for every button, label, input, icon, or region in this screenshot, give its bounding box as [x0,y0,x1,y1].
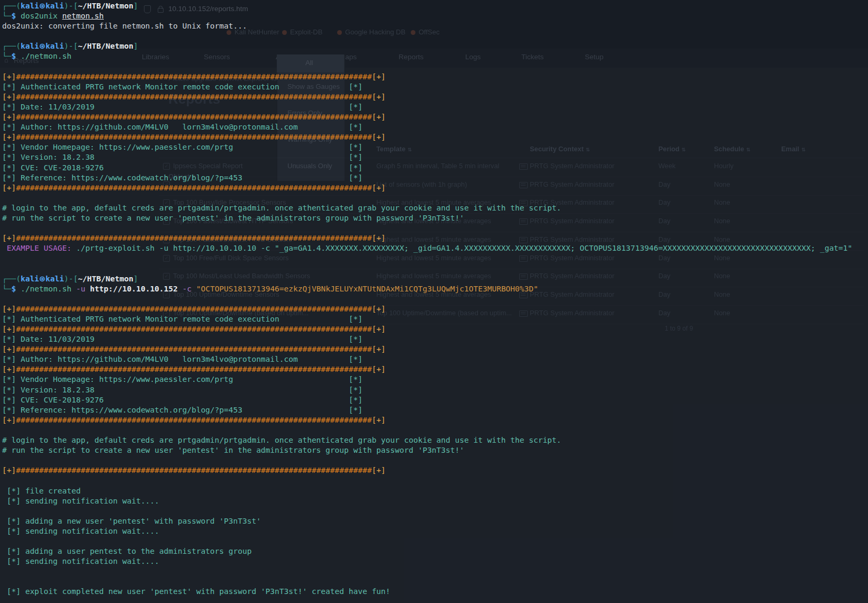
terminal-line [2,223,852,233]
terminal-line: [*] Author: https://github.com/M4LV0 lor… [2,354,852,364]
terminal-line: └─$ ./netmon.sh -u http://10.10.10.152 -… [2,284,852,294]
terminal-line: [*] sending notification wait.... [2,496,852,506]
terminal-line: # run the script to create a new user 'p… [2,445,852,455]
terminal-line: [+]#####################################… [2,92,852,102]
terminal-line: [*] Vendor Homepage: https://www.paessle… [2,374,852,385]
terminal-line: # login to the app, default creds are pr… [2,203,852,213]
terminal-line: [*] file created [2,486,852,496]
terminal-line: ┌──(kali⊛kali)-[~/HTB/Netmon] [2,1,852,11]
terminal-line [2,455,852,465]
terminal-line: [+]#####################################… [2,132,852,142]
terminal-line: [*] sending notification wait.... [2,556,852,567]
terminal-line: [+]#####################################… [2,183,852,193]
terminal-line: [*] Authenticated PRTG network Monitor r… [2,82,852,92]
terminal-line: ┌──(kali⊛kali)-[~/HTB/Netmon] [2,41,852,51]
terminal-line: [*] adding a new user 'pentest' with pas… [2,516,852,526]
terminal-line [2,425,852,435]
terminal-line: # login to the app, default creds are pr… [2,435,852,445]
terminal-line: [+]#####################################… [2,324,852,334]
terminal-line: └─$ dos2unix netmon.sh [2,11,852,21]
terminal-line [2,62,852,72]
terminal-line [2,294,852,304]
terminal-line: [*] exploit completed new user 'pentest'… [2,587,852,597]
terminal-line: [*] sending notification wait.... [2,526,852,536]
terminal: ┌──(kali⊛kali)-[~/HTB/Netmon]└─$ dos2uni… [2,1,852,597]
terminal-line: # run the script to create a new user 'p… [2,213,852,223]
terminal-line: [+]#####################################… [2,72,852,82]
terminal-line: dos2unix: converting file netmon.sh to U… [2,21,852,31]
terminal-line [2,536,852,546]
terminal-line [2,253,852,263]
terminal-line: └─$ ./netmon.sh [2,51,852,61]
terminal-line: [*] Vendor Homepage: https://www.paessle… [2,142,852,152]
terminal-line: [*] adding a user pentest to the adminis… [2,546,852,556]
terminal-line: EXAMPLE USAGE: ./prtg-exploit.sh -u http… [2,243,852,253]
terminal-line: [*] Date: 11/03/2019 [*] [2,102,852,112]
screen: 10.10.10.152/reports.htm Kali NetHunterE… [0,0,868,603]
terminal-line: ┌──(kali⊛kali)-[~/HTB/Netmon] [2,274,852,284]
terminal-line: [*] Reference: https://www.codewatch.org… [2,405,852,415]
terminal-line: [+]#####################################… [2,304,852,314]
terminal-line: [+]#####################################… [2,112,852,122]
terminal-line: [+]#####################################… [2,233,852,243]
terminal-line: [*] CVE: CVE-2018-9276 [*] [2,163,852,173]
terminal-line: [*] Authenticated PRTG network Monitor r… [2,314,852,324]
terminal-line [2,31,852,41]
terminal-line [2,577,852,587]
terminal-line: [*] Reference: https://www.codewatch.org… [2,173,852,183]
terminal-line: [*] Version: 18.2.38 [*] [2,152,852,162]
terminal-line: [+]#####################################… [2,364,852,374]
terminal-line: [+]#####################################… [2,344,852,354]
terminal-line [2,476,852,486]
terminal-line [2,263,852,273]
terminal-line: [+]#####################################… [2,415,852,425]
terminal-line: [*] Date: 11/03/2019 [*] [2,334,852,344]
terminal-line [2,506,852,516]
terminal-line [2,567,852,577]
terminal-line [2,193,852,203]
terminal-line: [*] Version: 18.2.38 [*] [2,385,852,395]
terminal-line: [*] CVE: CVE-2018-9276 [*] [2,395,852,405]
terminal-line: [+]#####################################… [2,465,852,476]
terminal-line: [*] Author: https://github.com/M4LV0 lor… [2,122,852,132]
